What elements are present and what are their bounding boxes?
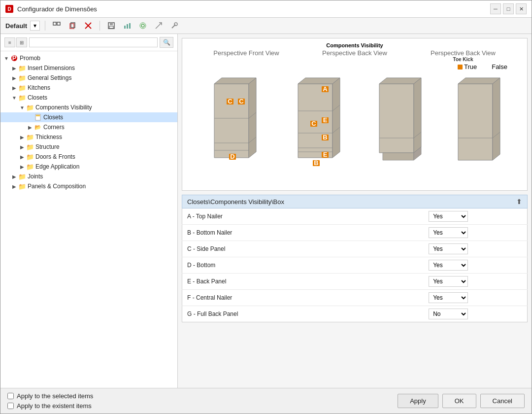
preview-area: Components Visibility Perspective Front … bbox=[182, 38, 528, 191]
svg-rect-1 bbox=[57, 22, 60, 25]
window-title: Configurador de Dimensões bbox=[17, 5, 97, 13]
toolbar-icon-save[interactable] bbox=[105, 20, 118, 32]
properties-header: Closets\Components Visibility\Box ⬆ bbox=[182, 195, 528, 208]
close-button[interactable]: ✕ bbox=[516, 3, 527, 14]
tree-item-insert-dimensions[interactable]: ▶ 📁 Insert Dimensions bbox=[0, 63, 177, 73]
label-promob: Promob bbox=[20, 55, 40, 62]
expander-general-settings[interactable]: ▶ bbox=[10, 74, 18, 82]
expander-edge-application[interactable]: ▶ bbox=[18, 163, 26, 171]
check-existent-items[interactable]: Apply to the existent items bbox=[7, 402, 93, 410]
ok-button[interactable]: OK bbox=[442, 394, 476, 408]
props-label-3: D - Bottom bbox=[182, 257, 424, 274]
props-select-3[interactable]: YesNo bbox=[429, 260, 468, 271]
label-toe-kick-view: Perspective Back View Toe Kick bbox=[409, 49, 517, 62]
tree-expand-btn[interactable]: ⊞ bbox=[16, 37, 27, 47]
expander-closets[interactable]: ▼ bbox=[10, 94, 18, 102]
tree-item-thickness[interactable]: ▶ 📁 Thickness bbox=[0, 132, 177, 142]
properties-collapse-btn[interactable]: ⬆ bbox=[516, 198, 522, 206]
folder-icon-joints: 📁 bbox=[18, 173, 26, 180]
minimize-button[interactable]: ─ bbox=[490, 3, 501, 14]
footer-checkboxes: Apply to the selected items Apply to the… bbox=[7, 392, 93, 410]
expander-kitchens[interactable]: ▶ bbox=[10, 84, 18, 92]
expander-joints[interactable]: ▶ bbox=[10, 172, 18, 180]
cabinet-back-view: A E C B E bbox=[288, 74, 347, 174]
tree-item-kitchens[interactable]: ▶ 📁 Kitchens bbox=[0, 83, 177, 93]
check-selected-label: Apply to the selected items bbox=[17, 392, 93, 400]
toolbar-dropdown[interactable]: ▾ bbox=[30, 21, 40, 31]
tree-item-corners[interactable]: ▶ 📂 Corners bbox=[0, 122, 177, 132]
svg-rect-10 bbox=[127, 24, 128, 29]
tree-item-components-visibility[interactable]: ▼ 📁 Components Visibility bbox=[0, 103, 177, 112]
label-closets: Closets bbox=[28, 94, 47, 101]
folder-icon-corners: 📂 bbox=[34, 124, 42, 131]
label-front-view: Perspective Front View bbox=[192, 49, 300, 62]
tree-item-structure[interactable]: ▶ 📁 Structure bbox=[0, 142, 177, 152]
tree-item-closets[interactable]: ▼ 📁 Closets bbox=[0, 93, 177, 103]
tree-item-closets-sub[interactable]: Closets bbox=[0, 112, 177, 122]
tree-item-joints[interactable]: ▶ 📁 Joints bbox=[0, 172, 177, 181]
preview-title: Components Visibility bbox=[182, 38, 527, 49]
toolbar-icon-wrench[interactable] bbox=[168, 20, 181, 32]
props-value-3: YesNo bbox=[424, 257, 527, 274]
props-row-0: A - Top NailerYesNo bbox=[182, 208, 528, 225]
toolbar-label: Default bbox=[5, 22, 27, 30]
label-structure: Structure bbox=[35, 143, 60, 150]
apply-button[interactable]: Apply bbox=[398, 394, 438, 408]
expander-components-visibility[interactable]: ▼ bbox=[18, 104, 26, 111]
props-select-5[interactable]: YesNo bbox=[429, 292, 468, 303]
label-joints: Joints bbox=[28, 173, 43, 180]
properties-table: A - Top NailerYesNoB - Bottom NailerYesN… bbox=[182, 208, 528, 322]
cabinet-svg-front: C C D bbox=[204, 74, 264, 172]
expander-doors-fronts[interactable]: ▶ bbox=[18, 153, 26, 161]
toolbar-icon-chart[interactable] bbox=[121, 20, 133, 32]
cancel-button[interactable]: Cancel bbox=[480, 394, 525, 408]
toolbar-icon-copy[interactable] bbox=[66, 20, 79, 32]
toolbar-icon-settings[interactable] bbox=[136, 20, 149, 32]
tree-item-promob[interactable]: ▼ P Promob bbox=[0, 53, 177, 63]
props-select-4[interactable]: YesNo bbox=[429, 276, 468, 287]
props-row-5: F - Central NailerYesNo bbox=[182, 290, 528, 306]
check-selected-items[interactable]: Apply to the selected items bbox=[7, 392, 93, 400]
expander-panels-composition[interactable]: ▶ bbox=[10, 182, 18, 190]
props-label-1: B - Bottom Nailer bbox=[182, 225, 424, 241]
props-row-4: E - Back PanelYesNo bbox=[182, 274, 528, 290]
checkbox-existent-items[interactable] bbox=[7, 403, 14, 409]
expander-corners[interactable]: ▶ bbox=[26, 123, 34, 131]
tree-item-doors-fronts[interactable]: ▶ 📁 Doors & Fronts bbox=[0, 152, 177, 162]
main-window: D Configurador de Dimensões ─ □ ✕ Defaul… bbox=[0, 0, 532, 414]
search-input[interactable] bbox=[29, 37, 158, 47]
search-bar: ≡ ⊞ 🔍 bbox=[0, 34, 177, 51]
tree-item-edge-application[interactable]: ▶ 📁 Edge Application bbox=[0, 162, 177, 172]
folder-icon-panels-composition: 📁 bbox=[18, 183, 26, 190]
svg-rect-11 bbox=[129, 23, 131, 29]
tree-item-general-settings[interactable]: ▶ 📁 General Settings bbox=[0, 73, 177, 83]
props-select-1[interactable]: YesNo bbox=[429, 227, 468, 238]
toolbar-icon-arrow[interactable] bbox=[152, 20, 165, 32]
tree-collapse-btn[interactable]: ≡ bbox=[4, 37, 15, 47]
expander-thickness[interactable]: ▶ bbox=[18, 133, 26, 141]
svg-marker-58 bbox=[414, 78, 421, 153]
label-components-visibility: Components Visibility bbox=[35, 104, 92, 111]
tree-view: ▼ P Promob ▶ 📁 Insert Dimensions ▶ 📁 G bbox=[0, 51, 177, 388]
props-select-0[interactable]: YesNo bbox=[429, 211, 468, 222]
expander-structure[interactable]: ▶ bbox=[18, 143, 26, 151]
checkbox-selected-items[interactable] bbox=[7, 393, 14, 399]
toolbar-icon-grid[interactable] bbox=[50, 20, 63, 32]
expander-insert-dimensions[interactable]: ▶ bbox=[10, 64, 18, 72]
label-kitchens: Kitchens bbox=[28, 84, 50, 91]
toolbar-separator-2 bbox=[100, 21, 100, 31]
search-button[interactable]: 🔍 bbox=[160, 37, 173, 48]
toolbar-icon-delete[interactable] bbox=[82, 20, 95, 32]
svg-marker-61 bbox=[383, 153, 414, 160]
svg-text:C: C bbox=[239, 98, 244, 105]
expander-promob[interactable]: ▼ bbox=[2, 54, 10, 62]
props-value-1: YesNo bbox=[424, 225, 527, 241]
props-select-2[interactable]: YesNo bbox=[429, 243, 468, 254]
tree-item-panels-composition[interactable]: ▶ 📁 Panels & Composition bbox=[0, 181, 177, 191]
properties-panel: Closets\Components Visibility\Box ⬆ A - … bbox=[182, 195, 528, 384]
toolbar: Default ▾ bbox=[0, 18, 532, 34]
props-select-6[interactable]: YesNo bbox=[429, 309, 468, 319]
folder-icon-thickness: 📁 bbox=[26, 134, 34, 140]
maximize-button[interactable]: □ bbox=[503, 3, 514, 14]
label-doors-fronts: Doors & Fronts bbox=[35, 153, 75, 160]
